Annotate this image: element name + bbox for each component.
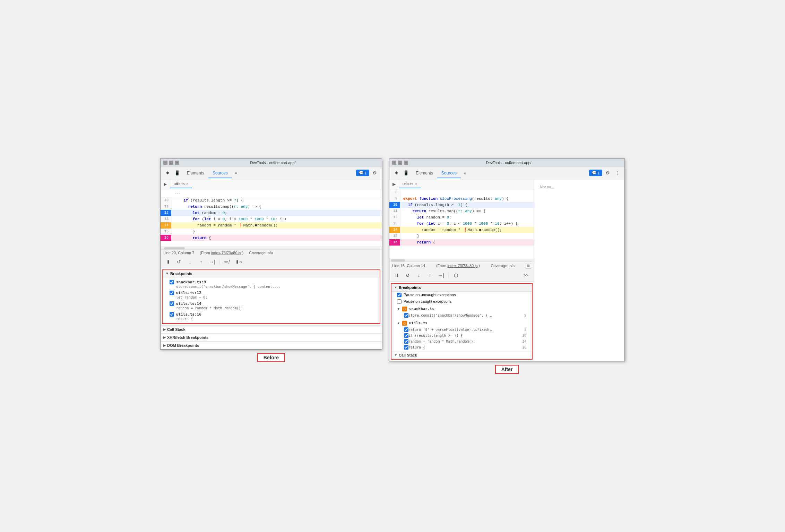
after-utils-bp-0-code: return '$' + parseFloat(value).toFixed(… <box>408 328 521 332</box>
after-debug-more[interactable]: >> <box>521 271 531 280</box>
after-utils-bp-1-code: if (results.length >= 7) { <box>408 334 519 337</box>
after-utils-bp-2-checkbox[interactable] <box>404 339 408 344</box>
after-close-btn[interactable]: × <box>404 161 408 165</box>
after-utils-group: ▼ {} utils.ts return '$' + parseFloat(va… <box>391 319 532 351</box>
after-utils-bp-0-checkbox[interactable] <box>404 327 408 332</box>
before-minimize-btn[interactable]: − <box>163 161 167 165</box>
after-snackbar-icon: {} <box>402 307 407 311</box>
before-breakpoints-header[interactable]: ▼ Breakpoints <box>163 270 380 277</box>
before-bp-item-0-header: snackbar.ts:9 <box>170 280 377 284</box>
before-panel-toggle[interactable]: ▶ <box>161 179 170 189</box>
before-step-btn[interactable]: →| <box>208 257 217 266</box>
after-utils-bp-0: return '$' + parseFloat(value).toFixed(…… <box>391 327 532 333</box>
after-scroll-bar[interactable] <box>389 259 534 261</box>
after-snackbar-file-header[interactable]: ▼ {} snackbar.ts <box>391 306 532 312</box>
before-bp-code-3: return { <box>170 317 377 321</box>
before-step-over-btn[interactable]: ↺ <box>174 257 183 266</box>
before-file-tab-utils[interactable]: utils.ts × <box>170 180 192 188</box>
after-coverage-icon[interactable]: ⊞ <box>526 263 531 268</box>
after-call-stack-section[interactable]: ▼ Call Stack <box>391 351 532 359</box>
after-main-toolbar: ⯁ 📱 Elements Sources » 💬 1 ⚙ ⋮ <box>389 167 624 179</box>
before-code-line-13: 13 for (let i = 0; i < 1000 * 1000 * 10;… <box>161 216 382 222</box>
before-bp-code-2: random = random * Math.random(); <box>170 306 377 310</box>
after-pause-uncaught-checkbox[interactable] <box>397 293 402 297</box>
after-utils-bp-3-code: return { <box>408 345 519 349</box>
before-close-btn[interactable]: × <box>175 161 179 165</box>
before-file-tab-close[interactable]: × <box>186 182 188 186</box>
code-line-top: ... <box>161 190 382 196</box>
after-step-into-btn[interactable]: ↓ <box>414 271 423 280</box>
before-code-line-14: 14 random = random * ❗Math.■random(); <box>161 222 382 229</box>
after-not-paused: Not pa... <box>534 179 624 195</box>
after-file-tab-utils[interactable]: utils.ts × <box>399 180 421 188</box>
before-scroll-bar[interactable] <box>161 247 382 249</box>
after-breakpoints-header[interactable]: ▼ Breakpoints <box>391 284 532 292</box>
before-bp-filename-3: utils.ts:16 <box>176 312 201 317</box>
before-step-out-btn[interactable]: ↑ <box>197 257 206 266</box>
before-code-area: ... 10 if (results.length >= 7) { 11 ret… <box>161 189 382 247</box>
after-code-area: 8 9 export function slowProcessing(resul… <box>389 189 534 259</box>
after-pause-caught-checkbox[interactable] <box>397 299 402 304</box>
after-tab-more[interactable]: » <box>461 169 469 178</box>
before-bp-checkbox-3[interactable] <box>170 312 174 317</box>
before-coverage: Coverage: n/a <box>249 251 273 255</box>
before-tab-more[interactable]: » <box>232 169 240 178</box>
before-source-link[interactable]: index-73f73a80.js <box>211 251 241 255</box>
after-window-title: DevTools - coffee-cart.app/ <box>408 161 609 165</box>
before-async-btn[interactable]: ⏸○ <box>234 257 243 266</box>
after-panel-wrapper: − □ × DevTools - coffee-cart.app/ ⯁ 📱 El… <box>389 158 625 374</box>
before-code-line-15: 15 } <box>161 229 382 235</box>
after-tab-elements[interactable]: Elements <box>412 169 437 178</box>
before-pause-btn[interactable]: ⏸ <box>163 257 172 266</box>
after-code-panel: ▶ utils.ts × 8 9 <box>389 179 534 361</box>
after-right-devtools: ▶ utils.ts × 8 9 <box>389 179 624 361</box>
after-utils-bp-1-checkbox[interactable] <box>404 333 408 338</box>
before-mobile-icon[interactable]: 📱 <box>173 169 181 177</box>
before-deactivate-btn[interactable]: ✏/ <box>223 257 232 266</box>
before-bp-item-3: utils.ts:16 return { <box>163 311 380 322</box>
before-notification-btn[interactable]: 💬 1 <box>356 170 369 176</box>
after-mobile-icon[interactable]: 📱 <box>402 169 410 177</box>
before-cursor-icon[interactable]: ⯁ <box>163 169 172 177</box>
after-step-btn[interactable]: →| <box>437 271 446 280</box>
after-three-dots-icon[interactable]: ⋮ <box>613 169 622 177</box>
after-utils-file-header[interactable]: ▼ {} utils.ts <box>391 320 532 327</box>
before-bp-checkbox-2[interactable] <box>170 301 174 306</box>
after-step-out-btn[interactable]: ↑ <box>425 271 434 280</box>
after-cursor-icon[interactable]: ⯁ <box>392 169 400 177</box>
before-tab-bar: Elements Sources » <box>183 169 268 178</box>
after-snackbar-bp-0-line: 9 <box>524 314 526 317</box>
before-tab-elements[interactable]: Elements <box>183 169 208 178</box>
after-file-tab-close[interactable]: × <box>415 182 417 186</box>
before-maximize-btn[interactable]: □ <box>169 161 173 165</box>
after-panel-toggle[interactable]: ▶ <box>389 179 399 189</box>
after-notification-btn[interactable]: 💬 1 <box>589 170 602 176</box>
after-step-over-btn[interactable]: ↺ <box>403 271 412 280</box>
before-bp-checkbox-0[interactable] <box>170 280 174 284</box>
before-bp-checkbox-1[interactable] <box>170 291 174 295</box>
before-dom-section[interactable]: ▶ DOM Breakpoints <box>161 341 382 349</box>
before-call-stack-arrow: ▶ <box>163 328 166 331</box>
after-snackbar-bp-0-checkbox[interactable] <box>404 313 408 318</box>
before-xhr-section[interactable]: ▶ XHR/fetch Breakpoints <box>161 333 382 341</box>
after-status-bar: Line 16, Column 14 (From index-73f73a80.… <box>389 261 534 269</box>
after-code-line-14: 14 random = random * ❗Math.■random(); <box>389 227 534 233</box>
after-settings-icon[interactable]: ⚙ <box>604 169 612 177</box>
after-deactivate-btn[interactable]: ⬡ <box>451 271 460 280</box>
after-tab-sources[interactable]: Sources <box>437 169 461 178</box>
after-pause-btn[interactable]: ⏸ <box>392 271 401 280</box>
after-source-link[interactable]: index-73f73a80.js <box>447 264 477 268</box>
before-xhr-label: XHR/fetch Breakpoints <box>167 335 208 340</box>
before-call-stack-label: Call Stack <box>167 327 186 332</box>
before-bp-item-2: utils.ts:14 random = random * Math.rando… <box>163 300 380 311</box>
after-utils-bp-3-checkbox[interactable] <box>404 345 408 350</box>
before-step-into-btn[interactable]: ↓ <box>186 257 195 266</box>
after-minimize-btn[interactable]: − <box>392 161 396 165</box>
before-tab-sources[interactable]: Sources <box>208 169 232 178</box>
after-utils-bp-2: random = random * Math.random(); 14 <box>391 338 532 344</box>
after-maximize-btn[interactable]: □ <box>398 161 402 165</box>
before-bp-code-0: store.commit('snackbar/showMessage', { c… <box>170 284 377 289</box>
after-code-line-8: 8 <box>389 189 534 196</box>
before-call-stack-section[interactable]: ▶ Call Stack <box>161 325 382 333</box>
before-settings-icon[interactable]: ⚙ <box>371 169 379 177</box>
